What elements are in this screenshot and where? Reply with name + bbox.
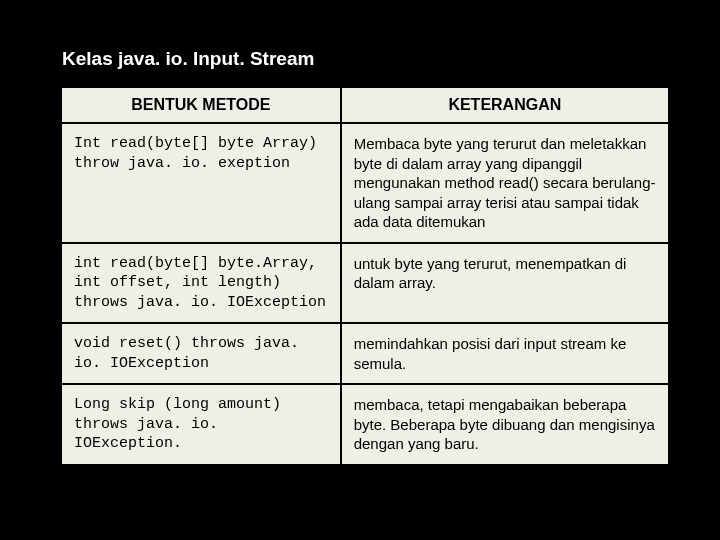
method-cell: Int read(byte[] byte Array) throw java. … [61,123,341,243]
method-cell: void reset() throws java. io. IOExceptio… [61,323,341,384]
table-row: void reset() throws java. io. IOExceptio… [61,323,669,384]
slide-title: Kelas java. io. Input. Stream [62,48,670,70]
table-row: int read(byte[] byte.Array, int offset, … [61,243,669,324]
header-bentuk-metode: BENTUK METODE [61,87,341,123]
table-row: Int read(byte[] byte Array) throw java. … [61,123,669,243]
table-header-row: BENTUK METODE KETERANGAN [61,87,669,123]
description-cell: memindahkan posisi dari input stream ke … [341,323,669,384]
method-cell: int read(byte[] byte.Array, int offset, … [61,243,341,324]
table-row: Long skip (long amount) throws java. io.… [61,384,669,465]
method-cell: Long skip (long amount) throws java. io.… [61,384,341,465]
methods-table: BENTUK METODE KETERANGAN Int read(byte[]… [60,86,670,466]
description-cell: membaca, tetapi mengabaikan beberapa byt… [341,384,669,465]
description-cell: Membaca byte yang terurut dan meletakkan… [341,123,669,243]
description-cell: untuk byte yang terurut, menempatkan di … [341,243,669,324]
header-keterangan: KETERANGAN [341,87,669,123]
